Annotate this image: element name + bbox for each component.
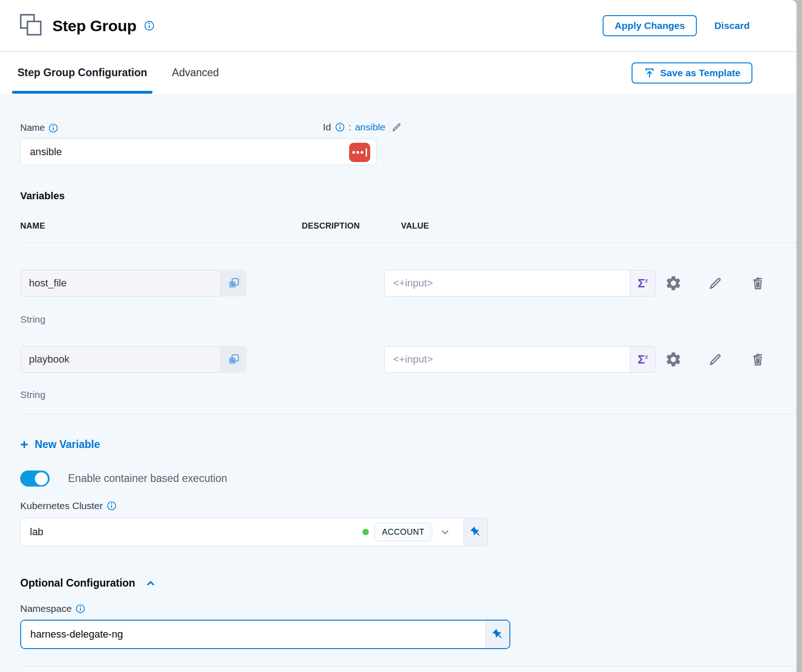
id-info-icon[interactable]	[335, 122, 345, 132]
container-execution-toggle[interactable]	[20, 470, 50, 487]
step-group-drawer: Step Group Apply Changes Discard Step Gr…	[0, 0, 796, 672]
upload-icon	[644, 67, 655, 79]
variable-settings-button[interactable]	[664, 350, 683, 369]
optional-configuration-toggle[interactable]: Optional Configuration	[20, 577, 157, 589]
column-header-name: NAME	[20, 221, 302, 231]
edit-variable-button[interactable]	[706, 350, 725, 369]
password-manager-fill-icon[interactable]	[349, 143, 370, 162]
chevron-up-icon	[144, 577, 157, 589]
optional-configuration-title: Optional Configuration	[20, 577, 135, 589]
variable-type-label: String	[20, 389, 796, 400]
id-line: Id : ansible	[323, 121, 403, 133]
toggle-knob	[35, 472, 48, 485]
expression-input-type-icon[interactable]: Σx	[630, 347, 655, 372]
kubernetes-cluster-info-icon[interactable]	[107, 501, 117, 511]
delete-variable-button[interactable]	[749, 274, 767, 292]
name-label: Name	[20, 123, 45, 133]
edit-variable-button[interactable]	[706, 274, 725, 292]
divider	[20, 243, 796, 243]
variable-row-host-file: Σx	[20, 270, 796, 297]
step-group-icon	[18, 12, 45, 39]
container-execution-label: Enable container based execution	[68, 472, 227, 485]
plus-icon: +	[20, 437, 28, 451]
step-group-configuration-panel: Name Id : ansible	[0, 94, 796, 672]
variable-type-label: String	[20, 314, 796, 325]
namespace-label: Namespace	[20, 603, 72, 614]
expression-input-type-icon[interactable]: Σx	[630, 270, 655, 296]
tab-step-group-configuration[interactable]: Step Group Configuration	[12, 52, 152, 94]
namespace-field	[20, 620, 510, 649]
delete-variable-button[interactable]	[749, 350, 767, 369]
variable-value-input[interactable]	[385, 347, 630, 372]
apply-changes-button[interactable]: Apply Changes	[603, 15, 697, 36]
page-title: Step Group	[52, 17, 136, 35]
id-value: ansible	[355, 122, 385, 133]
name-label-row: Name	[20, 123, 58, 133]
tab-bar: Step Group Configuration Advanced Save a…	[0, 52, 796, 94]
chevron-down-icon[interactable]	[432, 526, 456, 538]
column-header-description: DESCRIPTION	[302, 221, 401, 231]
info-icon[interactable]	[144, 20, 155, 31]
kubernetes-cluster-select: ACCOUNT	[20, 518, 488, 546]
pin-icon-button[interactable]	[463, 518, 487, 546]
save-as-template-button[interactable]: Save as Template	[632, 62, 752, 84]
id-separator: :	[349, 122, 351, 133]
copy-icon[interactable]	[221, 270, 247, 297]
variable-name-input[interactable]	[20, 346, 221, 373]
scrollbar[interactable]	[796, 0, 802, 672]
variables-title: Variables	[20, 190, 796, 202]
copy-icon[interactable]	[221, 346, 247, 373]
name-input[interactable]	[20, 139, 377, 165]
namespace-label-row: Namespace	[20, 603, 796, 614]
variable-settings-button[interactable]	[664, 274, 683, 292]
pin-icon-button[interactable]	[486, 621, 509, 648]
edit-id-icon[interactable]	[391, 121, 403, 133]
connector-status-dot	[362, 529, 369, 535]
namespace-info-icon[interactable]	[75, 604, 85, 614]
new-variable-button[interactable]: + New Variable	[20, 437, 100, 451]
divider	[20, 414, 796, 414]
scope-badge: ACCOUNT	[374, 523, 433, 541]
variables-column-headers: NAME DESCRIPTION VALUE	[20, 221, 796, 231]
variable-value-input[interactable]	[385, 270, 630, 296]
tab-advanced[interactable]: Advanced	[166, 52, 224, 94]
id-label: Id	[323, 122, 331, 133]
discard-button[interactable]: Discard	[714, 20, 750, 31]
variable-name-input[interactable]	[20, 270, 221, 297]
kubernetes-cluster-label-row: Kubernetes Cluster	[20, 500, 796, 511]
divider	[20, 666, 796, 666]
header: Step Group Apply Changes Discard	[0, 0, 796, 52]
kubernetes-cluster-label: Kubernetes Cluster	[20, 500, 103, 511]
name-info-icon[interactable]	[48, 123, 58, 133]
namespace-input[interactable]	[21, 621, 486, 648]
kubernetes-cluster-input[interactable]	[21, 526, 362, 538]
column-header-value: VALUE	[401, 221, 429, 231]
variable-row-playbook: Σx	[20, 346, 796, 373]
